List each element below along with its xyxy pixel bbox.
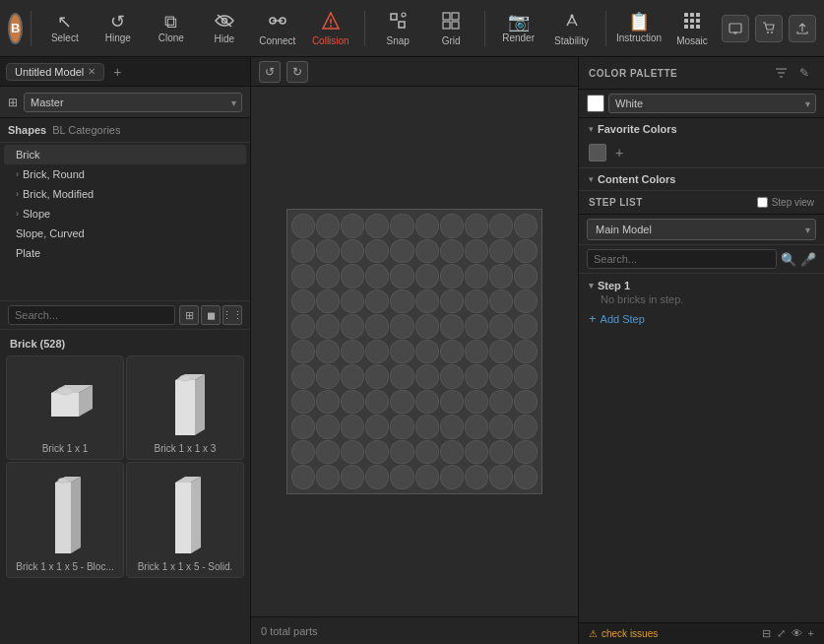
favorite-colors-header[interactable]: ▾ Favorite Colors (579, 118, 824, 140)
bottom-eye-icon[interactable]: 👁 (792, 627, 802, 640)
step-view-checkbox[interactable] (757, 197, 768, 208)
vp-undo-btn[interactable]: ↺ (259, 61, 281, 83)
add-tab-button[interactable]: + (108, 63, 126, 81)
baseplate-stud (341, 440, 364, 465)
shape-brick-label: Brick (16, 149, 39, 161)
hinge-icon: ↺ (110, 13, 125, 31)
master-select[interactable]: Master (24, 93, 242, 112)
bl-categories-link[interactable]: BL Categories (52, 124, 120, 136)
baseplate-stud (390, 214, 413, 238)
baseplate-stud (465, 415, 488, 439)
baseplate-stud (341, 364, 364, 389)
step-search-input[interactable] (587, 249, 777, 269)
toolbar-btn-upload[interactable] (789, 15, 816, 42)
svg-point-7 (330, 25, 332, 27)
view-btn-list[interactable]: ⋮⋮ (222, 305, 242, 325)
baseplate-stud (440, 340, 464, 364)
fav-color-row: + (589, 144, 814, 161)
shape-item-brick-round[interactable]: › Brick, Round (4, 164, 246, 184)
toolbar-btn-monitor[interactable] (722, 15, 749, 42)
vp-redo-btn[interactable]: ↻ (286, 61, 308, 83)
bottom-right-buttons: ⊟ ⤢ 👁 + (762, 627, 814, 640)
snap-tool[interactable]: Snap (372, 4, 423, 53)
bottom-minimize-icon[interactable]: ⊟ (762, 627, 771, 640)
tool-group-render: 📷 Render Stability (493, 4, 598, 53)
model-tab[interactable]: Untitled Model ✕ (6, 63, 104, 81)
collision-icon (321, 11, 341, 33)
step-search: 🔍 🎤 (579, 245, 824, 274)
svg-rect-12 (452, 13, 459, 20)
shape-item-slope[interactable]: › Slope (4, 204, 246, 224)
fav-swatch-1[interactable] (589, 144, 606, 161)
tool-group-main: ↖ Select ↺ Hinge ⧉ Clone Hide (39, 4, 356, 53)
select-tool[interactable]: ↖ Select (39, 4, 91, 53)
shape-item-brick-modified[interactable]: › Brick, Modified (4, 184, 246, 204)
step-view-toggle[interactable]: Step view (757, 197, 814, 208)
baseplate-stud (440, 264, 464, 289)
svg-rect-20 (690, 19, 694, 23)
baseplate-stud (291, 214, 315, 238)
instruction-label: Instruction (616, 32, 662, 43)
baseplate-stud (415, 390, 439, 415)
tab-bar: Untitled Model ✕ + (0, 57, 250, 87)
connect-tool[interactable]: Connect (252, 4, 303, 53)
svg-rect-9 (399, 22, 405, 28)
collision-tool[interactable]: Collision (305, 4, 356, 53)
baseplate-stud (291, 415, 315, 439)
add-favorite-color-button[interactable]: + (610, 144, 628, 161)
svg-point-33 (57, 387, 73, 395)
filter-icon[interactable] (771, 63, 791, 83)
step-content: ▾ Step 1 No bricks in step. + Add Step (579, 274, 824, 622)
toolbar-btn-cart[interactable] (755, 15, 783, 42)
search-input[interactable] (8, 305, 175, 325)
mic-icon[interactable]: 🎤 (800, 252, 816, 267)
brick-card-1x1x5a[interactable]: Brick 1 x 1 x 5 - Bloc... (6, 462, 124, 578)
render-tool[interactable]: 📷 Render (493, 4, 544, 53)
brick-preview-1x1x5a (11, 469, 119, 557)
hinge-tool[interactable]: ↺ Hinge (93, 4, 144, 53)
color-name-display[interactable]: White (608, 94, 816, 113)
shape-item-brick[interactable]: Brick (4, 145, 246, 164)
main-model-select[interactable]: Main Model (587, 219, 816, 240)
parts-count: 0 total parts (261, 625, 317, 637)
shape-item-slope-curved[interactable]: Slope, Curved (4, 224, 246, 243)
add-step-button[interactable]: + Add Step (589, 309, 814, 328)
mosaic-icon (682, 11, 702, 33)
favorite-colors-label: Favorite Colors (598, 123, 677, 135)
close-tab-icon[interactable]: ✕ (88, 66, 95, 77)
bottom-expand-icon[interactable]: ⤢ (777, 627, 786, 640)
user-avatar[interactable]: B (8, 13, 23, 44)
baseplate-stud (365, 390, 389, 415)
bottom-plus-icon[interactable]: + (808, 627, 814, 640)
clone-tool[interactable]: ⧉ Clone (146, 4, 197, 53)
grid-tool[interactable]: Grid (425, 4, 476, 53)
baseplate-stud (291, 340, 315, 364)
content-colors-header[interactable]: ▾ Content Colors (579, 168, 824, 190)
brick-card-1x1x5b[interactable]: Brick 1 x 1 x 5 - Solid. (126, 462, 244, 578)
view-btn-grid[interactable]: ⊞ (179, 305, 199, 325)
baseplate-stud (415, 314, 439, 339)
brick-card-1x1x3[interactable]: Brick 1 x 1 x 3 (126, 355, 244, 460)
view-btn-fill[interactable]: ◼ (201, 305, 221, 325)
hide-tool[interactable]: Hide (199, 4, 250, 53)
step-view-label: Step view (772, 197, 814, 208)
shape-item-plate[interactable]: Plate (4, 243, 246, 263)
baseplate-stud (291, 364, 315, 389)
stability-tool[interactable]: Stability (546, 4, 598, 53)
baseplate-stud (390, 340, 413, 364)
edit-icon[interactable]: ✎ (794, 63, 814, 83)
baseplate-stud (390, 290, 413, 314)
baseplate-stud (415, 239, 439, 264)
search-icon[interactable]: 🔍 (781, 252, 796, 267)
brick-card-1x1[interactable]: Brick 1 x 1 (6, 355, 124, 460)
baseplate-stud (291, 290, 315, 314)
viewport-canvas[interactable] (251, 87, 578, 616)
baseplate-stud (514, 264, 538, 289)
baseplate-stud (465, 290, 488, 314)
baseplate-stud (514, 314, 538, 339)
mosaic-tool[interactable]: Mosaic (666, 4, 718, 53)
check-issues[interactable]: ⚠ check issues (589, 628, 658, 639)
baseplate-stud (341, 465, 364, 489)
right-panel-bottom-bar: ⚠ check issues ⊟ ⤢ 👁 + (579, 622, 824, 644)
instruction-tool[interactable]: 📋 Instruction (613, 4, 665, 53)
